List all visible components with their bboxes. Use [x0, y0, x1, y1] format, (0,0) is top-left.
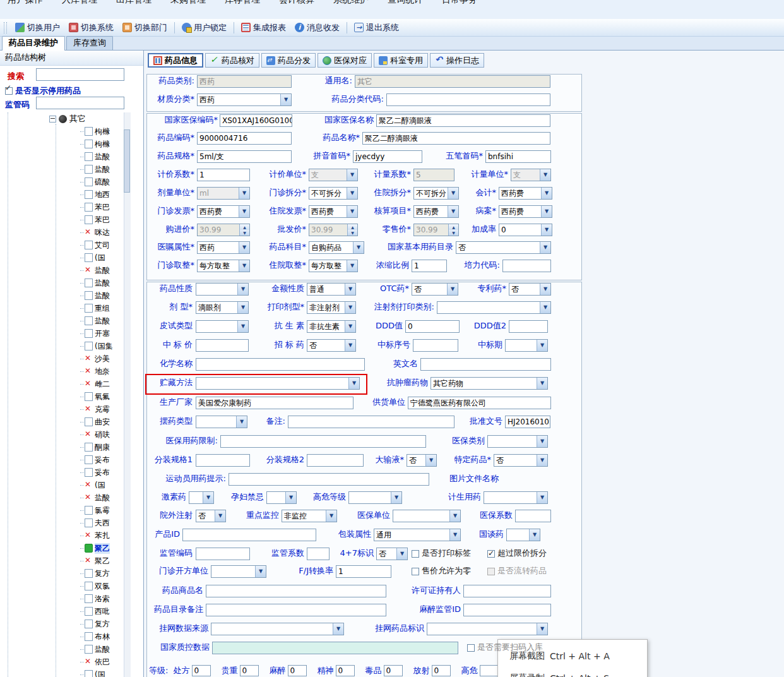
grade-item-input[interactable]: 0 [384, 665, 403, 676]
markup-rate-select[interactable]: 0 [499, 224, 552, 236]
accounting-select[interactable]: 西药费 [499, 187, 552, 200]
menu-item[interactable]: 采购管理 [170, 0, 206, 6]
switch-user-button[interactable]: 切换用户 [11, 21, 64, 35]
antibiotic-select[interactable]: 非抗生素 [307, 320, 356, 333]
grade-item-input[interactable]: 0 [288, 665, 307, 676]
bid-price-input[interactable] [196, 339, 249, 352]
athlete-tip-input[interactable] [229, 473, 429, 486]
order-property-select[interactable]: 西药 [197, 241, 250, 254]
license-holder-input[interactable] [463, 585, 551, 597]
tree-item[interactable]: 曲安 [0, 416, 123, 428]
tree-item[interactable]: 克霉 [0, 403, 123, 416]
tree-item[interactable]: (国集 [0, 340, 123, 352]
tree-item[interactable]: 依巴 [0, 656, 123, 668]
form-tab[interactable]: 操作日志 [430, 53, 484, 68]
tree-item[interactable]: 盐酸 [0, 277, 123, 289]
national-insurance-name-input[interactable]: 聚乙二醇滴眼液 [376, 114, 550, 127]
listing-mark-select[interactable] [427, 623, 548, 635]
remark-input[interactable] [288, 416, 454, 428]
bid-period-select[interactable] [505, 339, 548, 352]
product-id-input[interactable] [182, 529, 316, 541]
tab-drug-catalog-maintenance[interactable]: 药品目录维护 [2, 36, 65, 51]
supplier-input[interactable]: 宁德鹭燕医药有限公司 [408, 397, 551, 409]
tree-item[interactable]: 布林 [0, 630, 123, 643]
catalog-remark-input[interactable] [206, 604, 386, 616]
tree-item[interactable]: 硫酸 [0, 176, 123, 188]
form-tab[interactable]: 药品信息 [148, 53, 203, 68]
material-class-select[interactable]: 西药 [197, 93, 292, 106]
user-lock-button[interactable]: 用户锁定 [177, 21, 231, 35]
tree-item[interactable]: 地西 [0, 188, 123, 201]
regulatory-code-input[interactable] [196, 548, 250, 560]
tree-item[interactable]: 盐酸 [0, 643, 123, 656]
outpatient-invoice-select[interactable]: 西药费 [197, 205, 250, 218]
fj-conversion-input[interactable]: 1 [336, 565, 391, 578]
over-limit-split-checkbox[interactable] [487, 550, 495, 558]
key-monitoring-select[interactable]: 非监控 [282, 510, 337, 522]
inpatient-split-select[interactable]: 不可拆分 [413, 187, 459, 200]
form-tab[interactable]: 药品分发 [261, 53, 316, 68]
tree-item[interactable]: 盐酸 [0, 289, 123, 302]
show-disabled-checkbox[interactable] [5, 87, 13, 95]
tree-item[interactable]: 硝呋 [0, 428, 123, 441]
menu-item[interactable]: 日常事务 [442, 0, 477, 6]
infusion-select[interactable]: 否 [407, 454, 437, 467]
exit-system-button[interactable]: 退出系统 [350, 21, 403, 35]
package-property-select[interactable]: 通用 [374, 529, 461, 541]
print-dosage-form-select[interactable]: 非注射剂 [307, 301, 356, 314]
grade-item-input[interactable]: 0 [192, 665, 211, 676]
skin-test-type-select[interactable] [196, 320, 249, 333]
otc-select[interactable]: 否 [412, 283, 458, 296]
tree-item[interactable]: 氯霉 [0, 504, 123, 517]
bid-drug-select[interactable]: 否 [307, 339, 356, 352]
pregnancy-taboo-select[interactable] [266, 491, 297, 504]
tree-item[interactable]: 复方 [0, 618, 123, 630]
tree-item[interactable]: 酮康 [0, 441, 123, 453]
high-risk-level-select[interactable] [348, 491, 402, 504]
menu-item[interactable]: 库存管理 [225, 0, 260, 6]
tree-item[interactable]: 雌二 [0, 378, 123, 390]
tree-item[interactable]: (国 [0, 479, 123, 491]
tree-item[interactable]: (国 [0, 668, 123, 677]
patent-drug-select[interactable]: 否 [509, 283, 551, 296]
tree-item[interactable]: 氧氟 [0, 390, 123, 403]
peili-code-input[interactable] [502, 260, 551, 272]
insurance-class-select[interactable] [487, 435, 548, 448]
national-negotiated-select[interactable] [506, 529, 540, 541]
inpatient-rounding-select[interactable]: 每方取整 [309, 260, 358, 272]
tree-item[interactable]: 复方 [0, 567, 123, 580]
grade-item-input[interactable]: 0 [432, 665, 451, 676]
inpatient-invoice-select[interactable]: 西药费 [309, 205, 358, 218]
tree-item[interactable]: 聚乙 [0, 542, 123, 554]
switch-dept-button[interactable]: 切换部门 [118, 21, 172, 35]
form-tab[interactable]: 医保对应 [318, 53, 372, 68]
search-input[interactable] [36, 68, 124, 81]
accounting-item-select[interactable]: 西药费 [413, 205, 459, 218]
tree-item[interactable]: 西吡 [0, 605, 123, 618]
injection-print-class-select[interactable] [437, 301, 551, 314]
menu-item[interactable]: 出库管理 [116, 0, 151, 6]
tree-item[interactable]: 苯扎 [0, 529, 123, 542]
tree-item[interactable]: 夫西 [0, 517, 123, 529]
tree-item[interactable]: 洛索 [0, 592, 123, 605]
national-insurance-code-input[interactable]: XS01XAJ160G0100 [220, 114, 292, 127]
manufacturer-input[interactable]: 美国爱尔康制药 [196, 397, 353, 409]
mark-4-7-select[interactable]: 否 [376, 548, 408, 560]
tree-item[interactable]: 盐酸 [0, 264, 123, 277]
tree-root-node[interactable]: 其它 [0, 112, 123, 125]
form-tab[interactable]: 科室专用 [374, 53, 428, 68]
switch-system-button[interactable]: 切换系统 [64, 21, 118, 35]
wubi-code-input[interactable]: bnfsihi [485, 150, 551, 163]
english-name-input[interactable] [420, 358, 551, 371]
integrated-report-button[interactable]: 集成报表 [237, 21, 290, 35]
tree-item[interactable]: 开塞 [0, 327, 123, 340]
tree-item[interactable]: 盐酸 [0, 150, 123, 163]
menu-item[interactable]: 系统维护 [333, 0, 369, 6]
class-code-input[interactable] [386, 93, 550, 106]
regcode-input[interactable] [36, 97, 124, 109]
trade-name-input[interactable] [206, 585, 386, 597]
tree-item[interactable]: 聚乙 [0, 554, 123, 567]
tree-item[interactable]: 沙美 [0, 352, 123, 365]
tree-item[interactable]: 苯巴 [0, 213, 123, 226]
tab-stock-query[interactable]: 库存查询 [66, 36, 113, 50]
